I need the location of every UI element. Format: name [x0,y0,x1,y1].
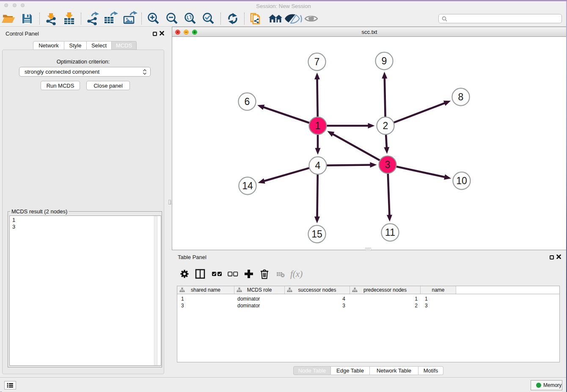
svg-text:11: 11 [385,227,395,238]
svg-text:9: 9 [382,55,387,66]
svg-text:14: 14 [242,180,253,191]
svg-text:6: 6 [245,96,250,107]
svg-text:10: 10 [456,175,467,186]
svg-text:3: 3 [385,159,391,170]
svg-text:15: 15 [311,229,322,240]
svg-text:8: 8 [458,91,464,102]
svg-text:4: 4 [315,160,321,171]
svg-text:1: 1 [315,120,321,131]
svg-text:2: 2 [383,120,388,131]
svg-text:f(x): f(x) [290,269,303,279]
svg-text:7: 7 [314,56,320,67]
